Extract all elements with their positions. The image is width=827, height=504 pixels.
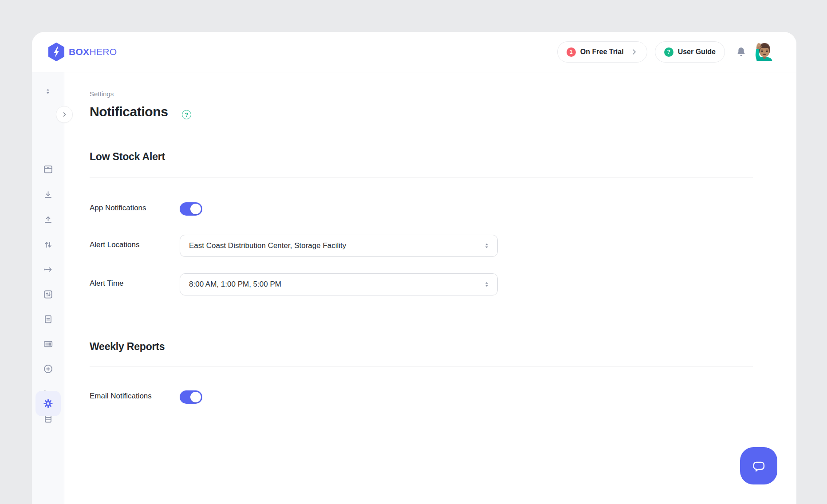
brand-light: HERO: [89, 47, 117, 57]
select-updown-icon: [482, 241, 491, 250]
divider: [90, 366, 753, 366]
workspace-selector-icon[interactable]: [42, 86, 54, 97]
top-bar: BOXHERO 1 On Free Trial ? User Guide: [32, 32, 796, 72]
section-heading-weekly-reports: Weekly Reports: [90, 341, 165, 353]
alert-locations-select[interactable]: East Coast Distribution Center, Storage …: [180, 235, 498, 257]
toggle-knob: [190, 392, 201, 402]
alert-locations-value: East Coast Distribution Center, Storage …: [189, 241, 346, 250]
guide-label: User Guide: [678, 48, 716, 56]
user-avatar[interactable]: 🙋🏽‍♂️: [755, 42, 774, 62]
email-notifications-toggle[interactable]: [180, 390, 202, 404]
help-icon[interactable]: ?: [182, 110, 191, 119]
sidebar-item-add plus-circle-icon[interactable]: [42, 363, 54, 374]
sidebar-expand-button chevron-right-icon[interactable]: [56, 106, 73, 123]
chevron-right-icon: [630, 48, 638, 56]
select-updown-icon: [482, 280, 491, 289]
notifications-bell-icon[interactable]: [735, 46, 747, 58]
brand-bold: BOX: [69, 47, 89, 57]
sidebar-item-stock-in download-icon[interactable]: [42, 189, 54, 201]
divider: [90, 177, 753, 177]
alert-time-label: Alert Time: [90, 279, 124, 288]
trial-label: On Free Trial: [580, 48, 624, 56]
alert-time-select[interactable]: 8:00 AM, 1:00 PM, 5:00 PM: [180, 273, 498, 295]
alert-time-value: 8:00 AM, 1:00 PM, 5:00 PM: [189, 280, 281, 289]
boxhero-logo[interactable]: BOXHERO: [48, 43, 117, 61]
sidebar-item-transfer arrows-up-down-icon[interactable]: [42, 239, 54, 250]
sidebar-item-settings gear-icon[interactable]: [35, 391, 61, 416]
free-trial-button[interactable]: 1 On Free Trial: [557, 41, 647, 63]
sidebar: [32, 72, 64, 504]
alert-locations-label: Alert Locations: [90, 240, 139, 249]
brand-wordmark: BOXHERO: [69, 47, 117, 57]
app-notifications-toggle[interactable]: [180, 202, 202, 216]
email-notifications-label: Email Notifications: [90, 392, 152, 401]
sidebar-item-adjust square-arrows-icon[interactable]: [42, 288, 54, 300]
sidebar-item-barcode barcode-icon[interactable]: [42, 338, 54, 350]
sidebar-item-stock-out upload-icon[interactable]: [42, 214, 54, 225]
trial-count-badge: 1: [567, 47, 576, 57]
section-heading-low-stock: Low Stock Alert: [90, 151, 165, 163]
sidebar-item-move dot-arrow-icon[interactable]: [42, 264, 54, 275]
guide-question-badge: ?: [664, 47, 673, 57]
page-title: Notifications: [90, 104, 168, 119]
boxhero-hexagon-icon: [48, 43, 64, 61]
chat-support-button chat-bubble-icon[interactable]: [740, 447, 777, 484]
sidebar-item-items box-icon[interactable]: [42, 163, 54, 175]
user-guide-button[interactable]: ? User Guide: [655, 41, 725, 63]
sidebar-item-purchase document-icon[interactable]: [42, 313, 54, 325]
main-content: Settings Notifications ? Low Stock Alert…: [64, 72, 796, 504]
breadcrumb[interactable]: Settings: [90, 90, 114, 98]
toggle-knob: [190, 204, 201, 214]
app-notifications-label: App Notifications: [90, 204, 146, 213]
app-window: BOXHERO 1 On Free Trial ? User Guide: [32, 32, 796, 504]
